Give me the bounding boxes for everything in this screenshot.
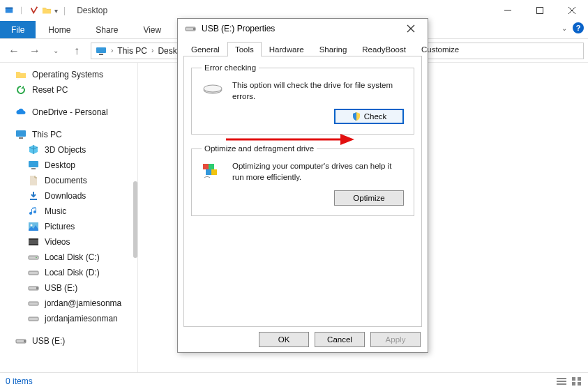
view-tab[interactable]: View — [130, 21, 174, 38]
svg-rect-45 — [211, 169, 217, 175]
qat-dropdown-icon[interactable]: ▾ — [54, 7, 58, 15]
sidebar-usb-e[interactable]: USB (E:) — [0, 280, 137, 296]
ribbon-collapse-icon[interactable]: ⌄ — [561, 24, 567, 32]
optimize-button-label: Optimize — [353, 194, 384, 202]
drive-icon — [202, 80, 224, 97]
drive-icon — [28, 252, 39, 263]
sidebar-item-label: Documents — [45, 176, 87, 185]
svg-point-21 — [36, 257, 37, 259]
properties-dialog: USB (E:) Properties General Tools Hardwa… — [177, 18, 428, 353]
sidebar-item-label: Reset PC — [32, 85, 68, 95]
sidebar-item-label: Downloads — [45, 191, 86, 201]
properties-icon[interactable] — [29, 6, 39, 15]
sidebar-item-label: jordan@jamiesonma — [45, 298, 121, 308]
tab-tools[interactable]: Tools — [227, 42, 262, 56]
svg-point-41 — [204, 85, 222, 92]
sidebar-network-location-1[interactable]: jordan@jamiesonma — [0, 296, 137, 311]
picture-icon — [28, 221, 39, 232]
sidebar-item-label: Local Disk (C:) — [45, 252, 100, 262]
close-button[interactable] — [556, 0, 588, 21]
svg-rect-1 — [6, 8, 13, 9]
error-checking-group: Error checking This option will check th… — [191, 63, 414, 135]
dialog-tabs: General Tools Hardware Sharing ReadyBoos… — [183, 41, 422, 56]
drive-icon — [28, 298, 39, 309]
file-menu[interactable]: File — [0, 21, 36, 38]
cancel-button[interactable]: Cancel — [315, 332, 365, 347]
tab-general[interactable]: General — [183, 42, 227, 56]
sidebar-music[interactable]: Music — [0, 204, 137, 219]
check-button[interactable]: Check — [334, 109, 404, 124]
optimize-group: Optimize and defragment drive Optimizing… — [191, 144, 414, 215]
sidebar-onedrive[interactable]: OneDrive - Personal — [0, 105, 137, 120]
dialog-client-area: General Tools Hardware Sharing ReadyBoos… — [178, 38, 428, 327]
back-button[interactable]: ← — [7, 45, 21, 57]
sidebar-item-label: USB (E:) — [45, 283, 77, 293]
titlebar-sep: | — [61, 6, 68, 15]
pc-icon — [15, 129, 27, 140]
share-tab[interactable]: Share — [83, 21, 130, 38]
sidebar-operating-systems[interactable]: Operating Systems — [0, 67, 137, 82]
sidebar-documents[interactable]: Documents — [0, 173, 137, 188]
home-tab[interactable]: Home — [36, 21, 83, 38]
svg-rect-42 — [203, 164, 209, 169]
svg-rect-18 — [29, 244, 38, 245]
defrag-icon — [202, 161, 224, 181]
sidebar-item-label: jordanjamiesonman — [45, 314, 118, 323]
sidebar-pictures[interactable]: Pictures — [0, 219, 137, 234]
chevron-right-icon[interactable]: › — [111, 47, 113, 54]
drive-icon — [28, 313, 39, 324]
sidebar-videos[interactable]: Videos — [0, 234, 137, 250]
help-icon[interactable]: ? — [573, 22, 584, 33]
sidebar-network-location-2[interactable]: jordanjamiesonman — [0, 311, 137, 326]
sidebar-local-disk-d[interactable]: Local Disk (D:) — [0, 265, 137, 280]
sidebar-desktop[interactable]: Desktop — [0, 158, 137, 173]
svg-point-15 — [31, 224, 33, 227]
svg-rect-7 — [96, 47, 106, 53]
sidebar-3d-objects[interactable]: 3D Objects — [0, 142, 137, 158]
tab-hardware[interactable]: Hardware — [262, 42, 312, 56]
large-icons-view-icon[interactable] — [571, 376, 582, 386]
sidebar-item-label: Local Disk (D:) — [45, 268, 100, 277]
tab-readyboost[interactable]: ReadyBoost — [354, 42, 414, 56]
chevron-right-icon[interactable]: › — [151, 47, 153, 54]
scrollbar[interactable] — [133, 181, 137, 258]
music-icon — [28, 206, 39, 217]
quick-access-toolbar: ▾ | Desktop — [0, 6, 112, 15]
sidebar-this-pc[interactable]: This PC — [0, 127, 137, 142]
recent-dropdown-icon[interactable]: ⌄ — [49, 47, 63, 54]
drive-icon — [28, 267, 39, 278]
svg-rect-32 — [572, 377, 575, 381]
sidebar-reset-pc[interactable]: Reset PC — [0, 82, 137, 98]
sidebar-usb-drive[interactable]: USB (E:) — [0, 333, 137, 349]
svg-rect-13 — [30, 199, 37, 200]
sidebar-item-label: OneDrive - Personal — [32, 107, 108, 117]
svg-rect-34 — [572, 382, 575, 386]
crumb-this-pc[interactable]: This PC — [117, 46, 147, 56]
svg-rect-26 — [29, 317, 38, 321]
sidebar-item-label: 3D Objects — [45, 145, 86, 155]
optimize-button[interactable]: Optimize — [334, 190, 404, 206]
sidebar-local-disk-c[interactable]: Local Disk (C:) — [0, 250, 137, 265]
svg-rect-29 — [557, 378, 566, 379]
dialog-title-bar: USB (E:) Properties — [178, 19, 428, 38]
svg-rect-44 — [206, 169, 211, 175]
sidebar-downloads[interactable]: Downloads — [0, 188, 137, 204]
status-item-count: 0 items — [6, 376, 33, 386]
up-button[interactable]: ↑ — [70, 45, 84, 57]
maximize-button[interactable] — [524, 0, 556, 21]
svg-rect-30 — [557, 381, 566, 382]
ok-button[interactable]: OK — [259, 332, 309, 347]
folder-icon[interactable] — [42, 6, 52, 15]
tab-customize[interactable]: Customize — [414, 42, 467, 56]
download-icon — [28, 190, 39, 201]
sidebar-item-label: This PC — [32, 130, 62, 139]
apply-button[interactable]: Apply — [370, 332, 421, 347]
minimize-button[interactable] — [492, 0, 524, 21]
dialog-close-button[interactable] — [401, 20, 421, 38]
details-view-icon[interactable] — [556, 376, 567, 386]
forward-button[interactable]: → — [28, 45, 42, 57]
optimize-legend: Optimize and defragment drive — [202, 144, 317, 153]
sidebar-item-label: Operating Systems — [32, 70, 103, 79]
svg-rect-22 — [29, 271, 38, 275]
tab-sharing[interactable]: Sharing — [312, 42, 355, 56]
